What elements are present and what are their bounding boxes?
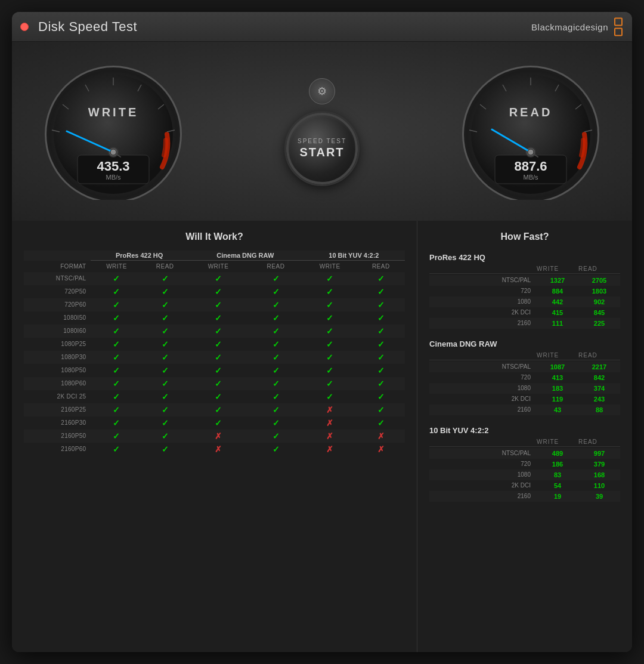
format-cell: 2160p30 — [24, 416, 91, 430]
right-panel: How Fast? ProRes 422 HQWRITEREAD NTSC/PA… — [417, 221, 632, 652]
speed-format: 2160 — [429, 493, 537, 500]
check-cell: ✓ — [143, 443, 188, 456]
speed-read: 902 — [578, 298, 620, 305]
speed-groups: ProRes 422 HQWRITEREAD NTSC/PAL 1327 270… — [429, 251, 620, 502]
check-cell: ✓ — [91, 272, 142, 285]
check-icon: ✓ — [377, 379, 385, 388]
check-cell: ✓ — [91, 443, 142, 456]
brand-sq-1 — [614, 17, 623, 26]
check-cell: ✓ — [357, 272, 405, 285]
table-row: 2160p25✓✓✓✓✗✓ — [24, 403, 405, 416]
check-icon: ✓ — [273, 287, 280, 297]
check-cell: ✗ — [303, 416, 357, 430]
settings-button[interactable]: ⚙ — [309, 78, 335, 104]
check-cell: ✓ — [303, 364, 357, 377]
format-label: FORMAT — [24, 261, 91, 272]
check-cell: ✗ — [188, 443, 249, 456]
check-icon: ✓ — [273, 326, 280, 336]
speed-read: 2705 — [578, 277, 620, 284]
sub-w2: WRITE — [188, 261, 249, 272]
check-cell: ✓ — [91, 430, 142, 443]
table-row: 1080p25✓✓✓✓✓✓ — [24, 338, 405, 351]
check-icon: ✓ — [113, 326, 120, 336]
check-cell: ✓ — [91, 325, 142, 338]
brand-text: Blackmagicdesign — [531, 21, 608, 32]
table-row: 720p50✓✓✓✓✓✓ — [24, 285, 405, 298]
format-cell: 720p50 — [24, 285, 91, 298]
speed-write: 111 — [537, 320, 578, 327]
speed-format: 720 — [429, 461, 537, 468]
main-window: Disk Speed Test Blackmagicdesign — [12, 12, 632, 652]
speed-format: 2K DCI — [429, 482, 537, 489]
check-icon: ✓ — [162, 418, 169, 428]
speed-write: 83 — [537, 471, 578, 478]
speed-group-title: ProRes 422 HQ — [429, 251, 620, 264]
check-icon: ✓ — [326, 287, 333, 297]
check-icon: ✓ — [377, 313, 385, 323]
check-cell: ✓ — [143, 377, 188, 390]
start-label: START — [299, 146, 344, 159]
check-icon: ✓ — [162, 392, 169, 402]
bottom-area: Will It Work? ProRes 422 HQ Cinema DNG R… — [12, 221, 632, 652]
check-icon: ✓ — [326, 366, 333, 375]
sub-w3: WRITE — [303, 261, 357, 272]
svg-text:MB/s: MB/s — [523, 174, 538, 181]
check-cell: ✓ — [357, 390, 405, 403]
check-icon: ✓ — [162, 313, 169, 323]
check-icon: ✓ — [273, 274, 280, 283]
close-button[interactable] — [20, 23, 29, 31]
speed-format: NTSC/PAL — [429, 450, 537, 457]
speed-row: 720 884 1803 — [429, 286, 620, 297]
speed-row: 2160 19 39 — [429, 491, 620, 502]
speed-sub-header: WRITEREAD — [429, 351, 620, 360]
cross-icon: ✗ — [326, 431, 333, 441]
check-icon: ✓ — [162, 274, 169, 283]
write-header: WRITE — [537, 438, 578, 445]
speed-row: 2160 43 88 — [429, 404, 620, 415]
format-header — [429, 438, 537, 445]
speed-write: 186 — [537, 461, 578, 468]
check-cell: ✓ — [303, 338, 357, 351]
read-gauge: READ 887.6 MB/s — [447, 63, 614, 200]
svg-point-37 — [528, 149, 534, 155]
sub-w1: WRITE — [91, 261, 142, 272]
table-row: 1080p50✓✓✓✓✓✓ — [24, 364, 405, 377]
read-header: READ — [578, 265, 620, 272]
check-cell: ✗ — [357, 430, 405, 443]
check-icon: ✓ — [273, 379, 280, 388]
check-cell: ✓ — [303, 298, 357, 311]
check-cell: ✓ — [143, 430, 188, 443]
format-cell: 2K DCI 25 — [24, 390, 91, 403]
check-icon: ✓ — [273, 339, 280, 349]
speed-format: 1080 — [429, 471, 537, 478]
check-cell: ✓ — [249, 338, 303, 351]
check-cell: ✓ — [357, 285, 405, 298]
check-icon: ✓ — [326, 353, 333, 362]
speed-group: Cinema DNG RAWWRITEREAD NTSC/PAL 1087 22… — [429, 337, 620, 415]
check-cell: ✓ — [249, 272, 303, 285]
window-title: Disk Speed Test — [38, 19, 137, 35]
check-icon: ✓ — [113, 313, 120, 323]
col1-header: ProRes 422 HQ — [91, 251, 187, 261]
format-cell: 1080p50 — [24, 364, 91, 377]
speed-group-title: 10 Bit YUV 4:2:2 — [429, 424, 620, 437]
start-button[interactable]: SPEED TEST START — [286, 113, 358, 184]
check-cell: ✓ — [357, 298, 405, 311]
check-icon: ✓ — [377, 366, 385, 375]
check-cell: ✓ — [303, 311, 357, 325]
center-panel: ⚙ SPEED TEST START — [286, 78, 358, 184]
speed-format: NTSC/PAL — [429, 363, 537, 370]
check-icon: ✓ — [113, 444, 120, 454]
check-icon: ✓ — [215, 339, 222, 349]
speed-read: 88 — [578, 406, 620, 413]
check-cell: ✓ — [357, 338, 405, 351]
speed-row: 720 413 842 — [429, 372, 620, 383]
compat-table: ProRes 422 HQ Cinema DNG RAW 10 Bit YUV … — [24, 251, 405, 456]
speed-row: NTSC/PAL 489 997 — [429, 448, 620, 459]
cross-icon: ✗ — [377, 431, 385, 441]
gauge-wrapper: WRITE 435.3 MB/s ⚙ — [30, 63, 614, 200]
left-panel: Will It Work? ProRes 422 HQ Cinema DNG R… — [12, 221, 417, 652]
check-icon: ✓ — [162, 339, 169, 349]
check-icon: ✓ — [273, 300, 280, 310]
check-cell: ✓ — [91, 351, 142, 364]
